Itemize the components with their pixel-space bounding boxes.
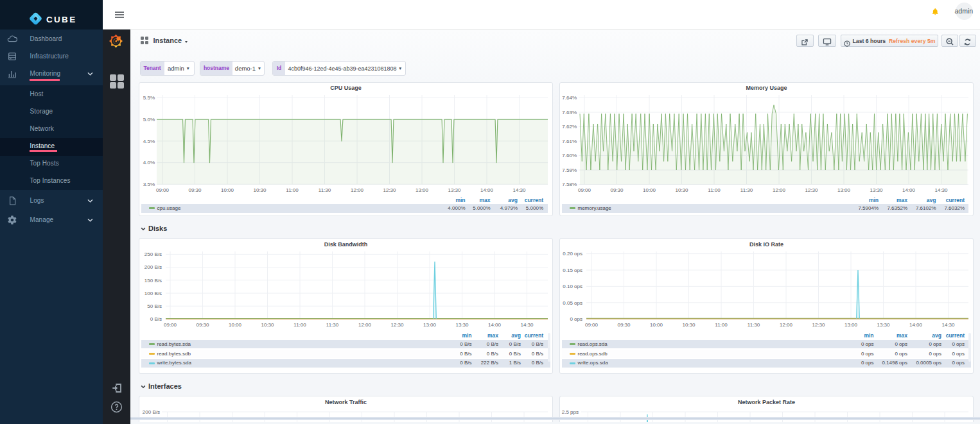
svg-text:14:00: 14:00 [902,187,916,193]
svg-text:13:00: 13:00 [423,322,437,328]
svg-text:0.10 ops: 0.10 ops [563,284,582,289]
svg-text:14:00: 14:00 [488,322,502,328]
svg-text:12:30: 12:30 [805,187,818,193]
svg-text:09:00: 09:00 [578,187,591,193]
svg-text:13:30: 13:30 [870,187,883,193]
svg-text:14:30: 14:30 [520,322,534,328]
svg-text:3.5%: 3.5% [143,182,155,187]
svg-text:10:30: 10:30 [675,187,688,193]
svg-text:7.61%: 7.61% [562,139,577,144]
svg-text:10:00: 10:00 [650,322,663,328]
svg-text:10:30: 10:30 [253,187,267,193]
svg-text:7.59%: 7.59% [562,167,577,173]
svg-text:10:30: 10:30 [682,322,696,328]
svg-text:10:00: 10:00 [221,187,234,193]
svg-text:13:30: 13:30 [455,322,469,328]
svg-text:7.64%: 7.64% [562,95,577,101]
svg-text:09:30: 09:30 [610,187,624,193]
svg-text:09:00: 09:00 [585,322,599,328]
svg-text:11:30: 11:30 [740,187,753,193]
svg-text:0.05 ops: 0.05 ops [563,300,582,306]
svg-text:13:30: 13:30 [448,187,461,193]
svg-text:12:30: 12:30 [812,322,825,328]
svg-text:11:30: 11:30 [748,322,760,328]
svg-text:0 ops: 0 ops [570,316,582,322]
svg-text:13:30: 13:30 [877,322,890,328]
svg-text:12:00: 12:00 [358,322,372,328]
svg-text:09:30: 09:30 [188,187,202,193]
svg-text:5.5%: 5.5% [143,95,155,101]
svg-text:7.62%: 7.62% [562,124,577,130]
svg-text:7.60%: 7.60% [562,153,577,158]
svg-text:0.15 ops: 0.15 ops [563,267,582,273]
svg-text:14:00: 14:00 [480,187,494,193]
svg-text:11:00: 11:00 [286,187,299,193]
svg-text:11:00: 11:00 [715,322,728,328]
svg-text:09:00: 09:00 [164,322,177,328]
svg-text:11:00: 11:00 [293,322,306,328]
svg-text:11:00: 11:00 [708,187,721,193]
svg-text:12:30: 12:30 [390,322,404,328]
svg-text:10:30: 10:30 [261,322,274,328]
svg-text:09:30: 09:30 [617,322,631,328]
svg-text:150 B/s: 150 B/s [144,278,162,284]
svg-text:13:00: 13:00 [416,187,429,193]
svg-text:5.0%: 5.0% [143,117,155,123]
svg-text:7.58%: 7.58% [562,182,577,187]
svg-text:12:00: 12:00 [351,187,364,193]
svg-text:4.5%: 4.5% [143,139,155,144]
svg-text:10:00: 10:00 [643,187,656,193]
svg-text:14:30: 14:30 [941,322,955,328]
svg-text:13:00: 13:00 [837,187,851,193]
svg-text:11:30: 11:30 [326,322,339,328]
svg-text:4.0%: 4.0% [143,160,155,165]
svg-text:12:30: 12:30 [383,187,396,193]
svg-text:200 B/s: 200 B/s [144,264,162,270]
svg-text:12:00: 12:00 [780,322,793,328]
svg-text:200 B/s: 200 B/s [143,409,160,415]
svg-text:09:00: 09:00 [156,187,170,193]
svg-text:12:00: 12:00 [773,187,786,193]
svg-text:7.63%: 7.63% [562,110,577,115]
svg-text:50 B/s: 50 B/s [147,303,162,309]
svg-text:0 B/s: 0 B/s [150,316,162,322]
svg-text:14:00: 14:00 [909,322,923,328]
svg-text:2.5 pps: 2.5 pps [562,409,579,415]
svg-text:0.20 ops: 0.20 ops [563,251,582,257]
svg-text:13:00: 13:00 [844,322,858,328]
svg-text:11:30: 11:30 [319,187,331,193]
svg-text:14:30: 14:30 [934,187,948,193]
svg-text:14:30: 14:30 [512,187,526,193]
svg-text:250 B/s: 250 B/s [144,251,162,257]
svg-text:100 B/s: 100 B/s [144,291,162,296]
svg-text:10:00: 10:00 [229,322,242,328]
svg-text:09:30: 09:30 [196,322,209,328]
